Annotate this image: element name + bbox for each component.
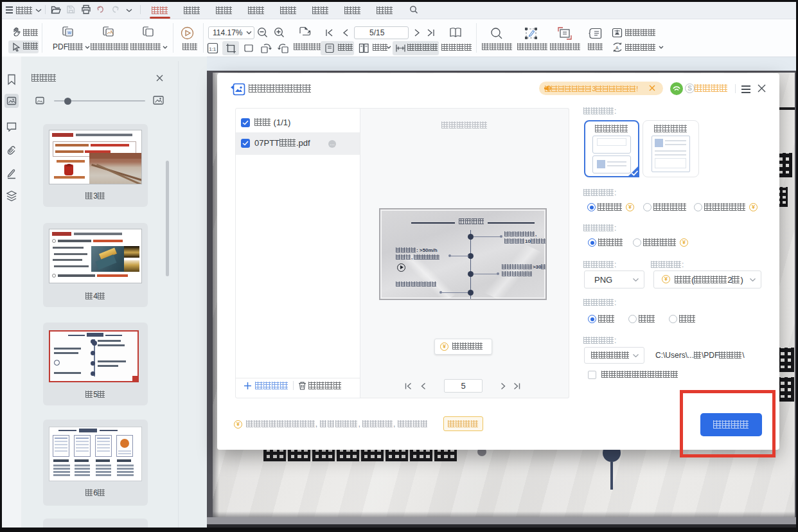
svg-text:1:1: 1:1: [209, 46, 217, 52]
svg-text:A: A: [616, 46, 619, 50]
svg-text:W: W: [67, 31, 71, 35]
